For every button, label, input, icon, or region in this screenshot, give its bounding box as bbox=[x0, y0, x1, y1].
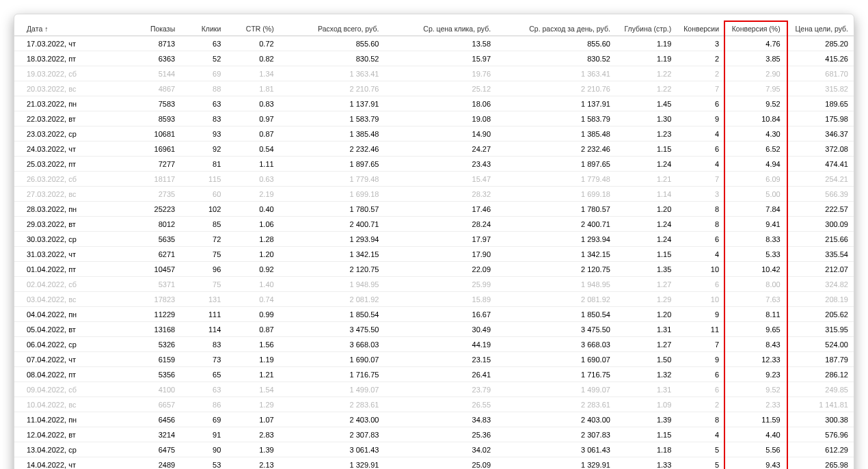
conversions-cell: 3 bbox=[677, 187, 724, 202]
cpc-cell: 16.67 bbox=[384, 307, 496, 322]
goal-cost-cell: 346.37 bbox=[786, 126, 854, 142]
depth-cell: 1.45 bbox=[616, 96, 677, 111]
table-row: 10.04.2022, вс6657861.292 283.6126.552 2… bbox=[14, 397, 854, 412]
impressions-cell: 6475 bbox=[122, 442, 180, 457]
th-goal-cost[interactable]: Цена цели, руб. bbox=[786, 21, 854, 36]
th-depth[interactable]: Глубина (стр.) bbox=[616, 21, 677, 36]
conversions-cell: 4 bbox=[677, 247, 724, 262]
depth-cell: 1.24 bbox=[616, 232, 677, 247]
conv-pct-cell: 4.76 bbox=[724, 36, 786, 51]
date-cell: 03.04.2022, вс bbox=[14, 292, 122, 307]
goal-cost-cell: 474.41 bbox=[786, 157, 854, 172]
cpc-cell: 15.47 bbox=[384, 172, 496, 187]
table-row: 21.03.2022, пн7583630.831 137.9118.061 1… bbox=[14, 96, 854, 111]
depth-cell: 1.20 bbox=[616, 202, 677, 217]
impressions-cell: 13168 bbox=[122, 322, 180, 337]
conversions-cell: 6 bbox=[677, 367, 724, 382]
spend-cell: 855.60 bbox=[280, 36, 385, 51]
clicks-cell: 83 bbox=[180, 337, 226, 352]
conversions-cell: 9 bbox=[677, 111, 724, 126]
th-spend[interactable]: Расход всего, руб. bbox=[280, 21, 385, 36]
spend-cell: 1 779.48 bbox=[280, 172, 385, 187]
spend-day-cell: 830.52 bbox=[496, 51, 616, 66]
th-date[interactable]: Дата ↑ bbox=[14, 21, 122, 36]
cpc-cell: 15.89 bbox=[384, 292, 496, 307]
depth-cell: 1.29 bbox=[616, 292, 677, 307]
date-cell: 30.03.2022, ср bbox=[14, 232, 122, 247]
conversions-cell: 8 bbox=[677, 202, 724, 217]
impressions-cell: 5371 bbox=[122, 277, 180, 292]
spend-day-cell: 1 342.15 bbox=[496, 247, 616, 262]
depth-cell: 1.24 bbox=[616, 157, 677, 172]
th-ctr[interactable]: CTR (%) bbox=[226, 21, 279, 36]
spend-day-cell: 2 400.71 bbox=[496, 217, 616, 232]
spend-day-cell: 1 780.57 bbox=[496, 202, 616, 217]
depth-cell: 1.35 bbox=[616, 262, 677, 277]
clicks-cell: 93 bbox=[180, 126, 226, 142]
impressions-cell: 6657 bbox=[122, 397, 180, 412]
conversions-cell: 8 bbox=[677, 217, 724, 232]
th-cpc[interactable]: Ср. цена клика, руб. bbox=[384, 21, 496, 36]
spend-day-cell: 2 120.75 bbox=[496, 262, 616, 277]
th-clicks[interactable]: Клики bbox=[180, 21, 226, 36]
conv-pct-cell: 7.95 bbox=[724, 81, 786, 96]
conversions-cell: 4 bbox=[677, 427, 724, 442]
depth-cell: 1.15 bbox=[616, 142, 677, 157]
ctr-cell: 2.83 bbox=[226, 427, 279, 442]
date-cell: 17.03.2022, чт bbox=[14, 36, 122, 51]
table-row: 24.03.2022, чт16961920.542 232.4624.272 … bbox=[14, 142, 854, 157]
date-cell: 04.04.2022, пн bbox=[14, 307, 122, 322]
spend-day-cell: 2 081.92 bbox=[496, 292, 616, 307]
conv-pct-cell: 5.33 bbox=[724, 247, 786, 262]
date-cell: 26.03.2022, сб bbox=[14, 172, 122, 187]
spend-day-cell: 855.60 bbox=[496, 36, 616, 51]
date-cell: 29.03.2022, вт bbox=[14, 217, 122, 232]
date-cell: 23.03.2022, ср bbox=[14, 126, 122, 142]
th-conv-pct[interactable]: Конверсия (%) bbox=[724, 21, 786, 36]
impressions-cell: 8012 bbox=[122, 217, 180, 232]
spend-day-cell: 2 210.76 bbox=[496, 81, 616, 96]
spend-cell: 2 307.83 bbox=[280, 427, 385, 442]
clicks-cell: 75 bbox=[180, 277, 226, 292]
th-conversions[interactable]: Конверсии bbox=[677, 21, 724, 36]
goal-cost-cell: 566.39 bbox=[786, 187, 854, 202]
depth-cell: 1.15 bbox=[616, 247, 677, 262]
spend-cell: 1 583.79 bbox=[280, 111, 385, 126]
th-spend-day[interactable]: Ср. расход за день, руб. bbox=[496, 21, 616, 36]
cpc-cell: 18.06 bbox=[384, 96, 496, 111]
date-cell: 09.04.2022, сб bbox=[14, 382, 122, 397]
conv-pct-cell: 7.63 bbox=[724, 292, 786, 307]
ctr-cell: 0.72 bbox=[226, 36, 279, 51]
conv-pct-cell: 6.09 bbox=[724, 172, 786, 187]
date-cell: 13.04.2022, ср bbox=[14, 442, 122, 457]
conv-pct-cell: 4.40 bbox=[724, 427, 786, 442]
table-row: 26.03.2022, сб181171150.631 779.4815.471… bbox=[14, 172, 854, 187]
table-row: 02.04.2022, сб5371751.401 948.9525.991 9… bbox=[14, 277, 854, 292]
th-impressions[interactable]: Показы bbox=[122, 21, 180, 36]
ctr-cell: 1.81 bbox=[226, 81, 279, 96]
goal-cost-cell: 681.70 bbox=[786, 66, 854, 81]
date-cell: 25.03.2022, пт bbox=[14, 157, 122, 172]
cpc-cell: 44.19 bbox=[384, 337, 496, 352]
table-row: 07.04.2022, чт6159731.191 690.0723.151 6… bbox=[14, 352, 854, 367]
goal-cost-cell: 335.54 bbox=[786, 247, 854, 262]
conversions-cell: 2 bbox=[677, 397, 724, 412]
date-cell: 14.04.2022, чт bbox=[14, 457, 122, 470]
spend-cell: 2 283.61 bbox=[280, 397, 385, 412]
spend-cell: 3 061.43 bbox=[280, 442, 385, 457]
date-cell: 08.04.2022, пт bbox=[14, 367, 122, 382]
conversions-cell: 9 bbox=[677, 307, 724, 322]
conv-pct-cell: 9.23 bbox=[724, 367, 786, 382]
ctr-cell: 0.40 bbox=[226, 202, 279, 217]
conv-pct-cell: 10.84 bbox=[724, 111, 786, 126]
goal-cost-cell: 415.26 bbox=[786, 51, 854, 66]
table-row: 05.04.2022, вт131681140.873 475.5030.493… bbox=[14, 322, 854, 337]
conversions-cell: 6 bbox=[677, 382, 724, 397]
ctr-cell: 0.87 bbox=[226, 126, 279, 142]
goal-cost-cell: 175.98 bbox=[786, 111, 854, 126]
conv-pct-cell: 2.90 bbox=[724, 66, 786, 81]
spend-day-cell: 1 850.54 bbox=[496, 307, 616, 322]
ctr-cell: 2.13 bbox=[226, 457, 279, 470]
spend-cell: 2 232.46 bbox=[280, 142, 385, 157]
goal-cost-cell: 205.62 bbox=[786, 307, 854, 322]
